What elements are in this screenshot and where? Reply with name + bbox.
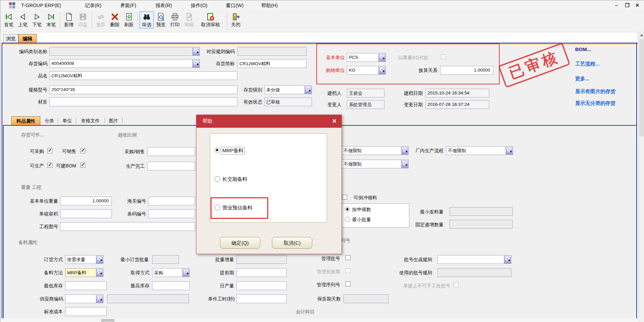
first-record-button[interactable]: 首笔: [2, 11, 16, 29]
lookup-icon[interactable]: [96, 255, 103, 264]
cancel-approve-button[interactable]: 取消审核: [196, 11, 225, 29]
vertical-scrollbar[interactable]: [639, 33, 644, 322]
lead-time-field[interactable]: [236, 268, 287, 277]
purchasable-checkbox[interactable]: [47, 148, 52, 153]
subtab-qualification[interactable]: 资格文件: [78, 116, 103, 125]
buy-sell-field[interactable]: [147, 147, 195, 156]
factory-flow-field[interactable]: 不做限制: [446, 146, 513, 155]
by-request-radio[interactable]: [345, 207, 350, 212]
material-field[interactable]: [49, 97, 237, 106]
dialog-title-bar[interactable]: 帮助 ✕: [196, 115, 341, 128]
tab-browse[interactable]: 浏览: [3, 34, 18, 43]
max-stock-field[interactable]: [152, 281, 190, 290]
option-mrp-radio[interactable]: [215, 148, 220, 153]
lookup-icon[interactable]: [96, 269, 103, 277]
trade-unit-field[interactable]: KG: [347, 66, 386, 75]
lookup-icon[interactable]: [96, 295, 103, 303]
link-show-unclassified[interactable]: 显示无分类的存货: [575, 100, 615, 107]
min-batch-radio[interactable]: [345, 217, 350, 222]
subtab-item-attributes[interactable]: 料品属性: [11, 116, 40, 125]
lookup-icon[interactable]: [401, 160, 408, 168]
barcode-field[interactable]: [148, 209, 195, 218]
subtab-images[interactable]: 图片: [106, 116, 121, 125]
subtab-classification[interactable]: 分类: [42, 116, 57, 125]
scroll-up-icon[interactable]: [640, 34, 643, 36]
drawing-field[interactable]: [60, 222, 195, 231]
conversion-field[interactable]: 1.00000: [440, 66, 493, 75]
last-record-button[interactable]: 末笔: [44, 11, 58, 29]
menu-record[interactable]: 记录(R): [85, 2, 101, 8]
link-process-flow[interactable]: 工艺流程...: [575, 61, 600, 67]
prev-record-button[interactable]: 上笔: [16, 11, 30, 29]
menu-app[interactable]: T-GROUP ERP(E): [21, 2, 61, 8]
item-code-field[interactable]: 400400008: [49, 59, 200, 68]
rule-code-field[interactable]: [237, 47, 307, 56]
new-button[interactable]: 新增: [62, 11, 76, 29]
link-bom[interactable]: BOM...: [575, 46, 591, 52]
dialog-close-icon[interactable]: ✕: [332, 118, 337, 125]
minimize-icon[interactable]: –: [612, 2, 621, 9]
close-form-button[interactable]: 关闭: [229, 11, 243, 29]
lookup-icon[interactable]: [192, 47, 199, 55]
item-short-field[interactable]: CR12MOV精料: [237, 59, 307, 68]
lookup-icon[interactable]: [378, 66, 385, 74]
lookup-icon[interactable]: [378, 53, 385, 62]
limit-field-2[interactable]: 不做限制: [341, 160, 409, 168]
menu-view[interactable]: 界面(F): [120, 2, 136, 8]
order-mode-field[interactable]: 按需求量: [65, 255, 103, 264]
print-button[interactable]: 打印: [168, 11, 182, 29]
unit-time-field[interactable]: [236, 294, 287, 303]
min-stock-field[interactable]: [65, 281, 107, 290]
lookup-icon[interactable]: [401, 147, 408, 155]
manage-batch-checkbox[interactable]: [346, 255, 351, 260]
sellable-checkbox[interactable]: [80, 148, 85, 153]
supplier-field[interactable]: [65, 294, 103, 303]
option-mrp-label[interactable]: MRP备料: [221, 147, 244, 154]
lookup-icon[interactable]: [305, 86, 312, 94]
box-volume-field[interactable]: [60, 209, 112, 218]
vertical-scroll-thumb[interactable]: [639, 39, 644, 136]
delete-button[interactable]: 删除: [108, 11, 122, 29]
close-icon[interactable]: ✕: [633, 2, 642, 9]
tab-edit[interactable]: 编辑: [18, 34, 37, 43]
horizontal-scrollbar[interactable]: [0, 318, 639, 322]
lookup-icon[interactable]: [504, 255, 511, 264]
prep-method-field[interactable]: MRP备料: [65, 268, 103, 277]
menu-help[interactable]: 帮助(H): [261, 2, 278, 8]
daily-output-field[interactable]: [236, 281, 287, 290]
menu-action[interactable]: 操作(O): [191, 2, 208, 8]
bomable-checkbox[interactable]: [80, 163, 85, 168]
menu-report[interactable]: 报表(R): [155, 2, 172, 8]
level-field[interactable]: 未分级: [264, 85, 312, 94]
manage-serial-checkbox[interactable]: [346, 281, 351, 286]
base-weight-field[interactable]: 1.00000: [60, 197, 112, 205]
product-name-field[interactable]: CR12MOV精料: [49, 71, 237, 80]
customs-field[interactable]: [148, 197, 195, 205]
prod-done-field[interactable]: [147, 162, 195, 170]
refresh-button[interactable]: 刷新: [122, 11, 136, 29]
batch-rule-field[interactable]: [438, 255, 511, 264]
ok-button[interactable]: 确定(Q): [220, 237, 260, 249]
spec-field[interactable]: 250*240*35: [49, 85, 237, 94]
std-cost-field[interactable]: [65, 307, 107, 316]
base-unit-field[interactable]: PCS: [347, 53, 386, 62]
cancel-button[interactable]: 取消(C): [272, 237, 312, 249]
producible-checkbox[interactable]: [47, 163, 52, 168]
option-long-lead-label[interactable]: 长交期备料: [221, 176, 248, 183]
option-long-lead-radio[interactable]: [215, 176, 220, 182]
subtab-unit[interactable]: 单位: [60, 116, 75, 125]
lookup-icon[interactable]: [182, 269, 189, 277]
limit-field-1[interactable]: 不做限制: [341, 146, 409, 155]
menu-window[interactable]: 窗口(W): [226, 2, 243, 8]
preview-button[interactable]: 预览: [154, 11, 168, 29]
coding-category-field[interactable]: [49, 47, 200, 56]
link-show-with-images[interactable]: 显示有图片的存货: [575, 88, 615, 95]
next-record-button[interactable]: 下笔: [30, 11, 44, 29]
filter-button[interactable]: 筛选: [140, 11, 154, 29]
backflush-checkbox[interactable]: [342, 195, 347, 200]
lookup-icon[interactable]: [192, 59, 199, 68]
link-more[interactable]: 更多...: [575, 76, 590, 82]
restore-icon[interactable]: ❐: [623, 2, 632, 9]
lookup-icon[interactable]: [506, 147, 513, 155]
horizontal-scroll-thumb[interactable]: [101, 319, 114, 322]
